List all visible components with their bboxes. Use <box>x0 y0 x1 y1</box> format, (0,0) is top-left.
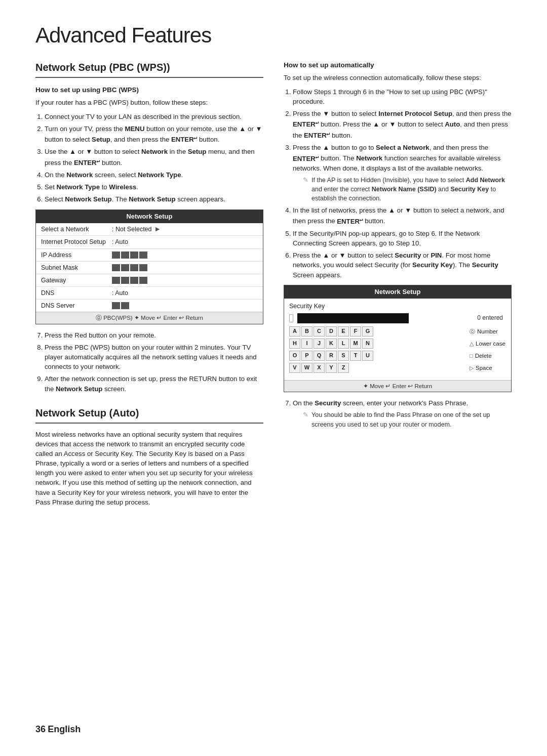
kb-label-text: Number <box>477 327 498 336</box>
security-key-label: Security Key <box>289 302 506 311</box>
list-item: Press the ▲ or ▼ button to select Securi… <box>293 250 512 279</box>
key-I[interactable]: I <box>301 339 312 349</box>
ns-label: DNS Server <box>41 301 112 310</box>
ns-value: : Not Selected ▶ <box>112 225 160 234</box>
key-A[interactable]: A <box>289 326 300 337</box>
list-item: Press the ▲ button to go to Select a Net… <box>293 143 512 203</box>
auto-subsection-title: How to set up automatically <box>284 60 512 70</box>
delete-icon: □ <box>470 352 473 360</box>
kb-label-text: Lower case <box>476 340 505 348</box>
ns-value <box>112 302 129 309</box>
key-N[interactable]: N <box>362 339 373 349</box>
ns-row-gateway: Gateway <box>36 274 263 287</box>
auto-intro-text: Most wireless networks have an optional … <box>35 430 263 507</box>
keyboard-row-1: A B C D E F G ⓪ Numbe <box>289 326 506 338</box>
auto-right-intro: To set up the wireless connection automa… <box>284 73 512 82</box>
auto-section: Network Setup (Auto) Most wireless netwo… <box>35 406 263 507</box>
kb-label-lowercase: △ Lower case <box>470 339 506 350</box>
keyboard-keys: A B C D E F G <box>289 326 465 338</box>
kb-label-text: Delete <box>475 352 492 360</box>
right-column: How to set up automatically To set up th… <box>284 60 512 511</box>
security-input-row: 0 entered <box>289 313 506 323</box>
key-B[interactable]: B <box>301 326 312 337</box>
ns-label: Internet Protocol Setup <box>41 237 112 246</box>
ns-row-ip-protocol: Internet Protocol Setup : Auto <box>36 236 263 248</box>
list-item: Use the ▲ or ▼ button to select Network … <box>45 147 263 167</box>
ns-row-ip-address: IP Address <box>36 249 263 262</box>
pbc-steps-after-list: Press the Red button on your remote. Pre… <box>35 330 263 394</box>
key-O[interactable]: O <box>289 351 300 361</box>
key-Y[interactable]: Y <box>326 363 337 373</box>
key-Z[interactable]: Z <box>338 363 349 373</box>
auto-step3-note: If the AP is set to Hidden (Invisible), … <box>293 176 512 203</box>
list-item: Turn on your TV, press the MENU button o… <box>45 124 263 145</box>
page-title: Advanced Features <box>35 20 512 51</box>
key-G[interactable]: G <box>362 326 373 337</box>
ns-label: IP Address <box>41 250 112 260</box>
list-item: On the Security screen, enter your netwo… <box>293 398 512 429</box>
key-C[interactable]: C <box>314 326 325 337</box>
note-text: You should be able to find the Pass Phra… <box>311 410 512 429</box>
key-D[interactable]: D <box>326 326 337 337</box>
lowercase-icon: △ <box>470 340 474 348</box>
network-setup-box: Network Setup Select a Network : Not Sel… <box>35 209 263 324</box>
key-M[interactable]: M <box>350 339 361 349</box>
note-text: If the AP is set to Hidden (Invisible), … <box>311 176 512 203</box>
pbc-steps-list: Connect your TV to your LAN as described… <box>35 112 263 204</box>
list-item: Press the PBC (WPS) button on your route… <box>45 343 263 371</box>
security-box-footer: ✦ Move ↵ Enter ↩ Return <box>284 380 511 392</box>
space-icon: ▷ <box>470 364 474 372</box>
key-S[interactable]: S <box>338 351 349 361</box>
network-setup-footer: ⓪ PBC(WPS) ✦ Move ↵ Enter ↩ Return <box>36 312 263 324</box>
list-item: Press the Red button on your remote. <box>45 330 263 340</box>
key-U[interactable]: U <box>362 351 373 361</box>
left-column: Network Setup (PBC (WPS)) How to set up … <box>35 60 263 511</box>
list-item: Select Network Setup. The Network Setup … <box>45 194 263 204</box>
key-L[interactable]: L <box>338 339 349 349</box>
ns-row-subnet: Subnet Mask <box>36 262 263 274</box>
key-P[interactable]: P <box>301 351 312 361</box>
text-cursor <box>289 314 293 322</box>
key-F[interactable]: F <box>350 326 361 337</box>
keyboard-row-2: H I J K L M N △ Lower <box>289 339 506 350</box>
number-icon: ⓪ <box>470 328 475 336</box>
security-input-field[interactable] <box>297 313 409 323</box>
page-number-value: 36 <box>35 724 46 734</box>
kb-label-text: Space <box>476 364 492 372</box>
list-item: If the Security/PIN pop-up appears, go t… <box>293 229 512 248</box>
security-box-body: Security Key 0 entered A B C <box>284 299 511 380</box>
section-pbc-title: Network Setup (PBC (WPS)) <box>35 60 263 78</box>
ns-row-dns: DNS : Auto <box>36 287 263 300</box>
section-auto-title: Network Setup (Auto) <box>35 406 263 424</box>
key-R[interactable]: R <box>326 351 337 361</box>
key-J[interactable]: J <box>314 339 325 349</box>
key-E[interactable]: E <box>338 326 349 337</box>
key-V[interactable]: V <box>289 363 300 373</box>
key-T[interactable]: T <box>350 351 361 361</box>
key-H[interactable]: H <box>289 339 300 349</box>
ns-label: Subnet Mask <box>41 263 112 272</box>
ns-row-dns-server: DNS Server <box>36 300 263 312</box>
key-W[interactable]: W <box>301 363 312 373</box>
list-item: After the network connection is set up, … <box>45 374 263 393</box>
page-number: 36 English <box>35 723 81 736</box>
ns-label: Select a Network <box>41 225 112 234</box>
list-item: Follow Steps 1 through 6 in the "How to … <box>293 87 512 106</box>
key-Q[interactable]: Q <box>314 351 325 361</box>
ns-label: Gateway <box>41 276 112 285</box>
list-item: Set Network Type to Wireless. <box>45 182 263 192</box>
key-X[interactable]: X <box>314 363 325 373</box>
list-item: On the Network screen, select Network Ty… <box>45 170 263 180</box>
ns-value <box>112 264 147 271</box>
kb-label-delete: □ Delete <box>470 351 506 362</box>
ns-value: : Auto <box>112 237 128 246</box>
key-K[interactable]: K <box>326 339 337 349</box>
ns-row-select-network: Select a Network : Not Selected ▶ <box>36 223 263 236</box>
keyboard-row-4: V W X Y Z ▷ Space <box>289 363 506 374</box>
ns-value: : Auto <box>112 288 128 298</box>
page-language: English <box>48 724 81 734</box>
security-box-title: Network Setup <box>284 285 511 299</box>
ns-label: DNS <box>41 288 112 298</box>
auto-steps-after-list: On the Security screen, enter your netwo… <box>284 398 512 429</box>
list-item: Press the ▼ button to select Internet Pr… <box>293 109 512 140</box>
